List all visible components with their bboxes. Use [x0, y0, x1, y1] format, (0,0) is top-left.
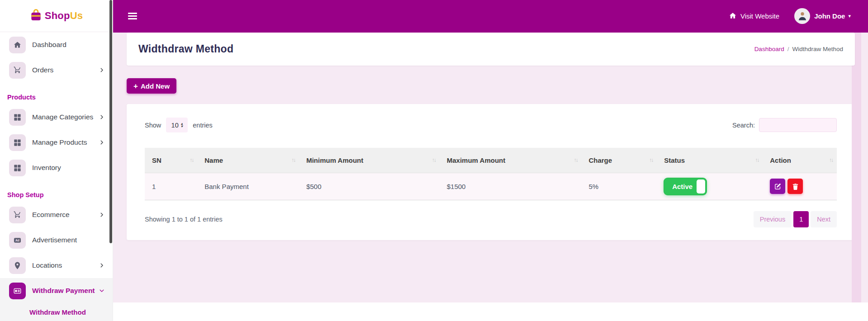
sort-icon: ↑↓ — [291, 157, 295, 163]
visit-website-link[interactable]: Visit Website — [729, 12, 779, 20]
page-size-control: Show 10 ▴▾ entries — [145, 118, 213, 132]
plus-icon: + — [133, 82, 138, 90]
withdraw-method-card: Show 10 ▴▾ entries Search: — [127, 104, 855, 240]
user-menu[interactable]: John Doe ▾ — [794, 8, 851, 24]
avatar — [794, 8, 810, 24]
sidebar-item-dashboard[interactable]: Dashboard — [0, 32, 113, 57]
chevron-right-icon — [99, 262, 105, 269]
app-root: ShopUs Dashboard Orders Products — [0, 0, 868, 321]
table-info: Showing 1 to 1 of 1 entries — [145, 216, 223, 223]
search-label: Search: — [732, 122, 755, 129]
grid-icon — [9, 160, 26, 176]
shopping-bag-icon — [30, 8, 42, 24]
sidebar-section-shop-setup: Shop Setup — [0, 180, 113, 202]
brand-logo[interactable]: ShopUs — [0, 0, 113, 32]
page-header: Widthdraw Method Dashboard / Widthdraw M… — [127, 33, 855, 66]
chevron-right-icon — [99, 67, 105, 73]
cell-sn: 1 — [145, 173, 197, 200]
cell-name: Bank Payment — [197, 173, 299, 200]
sidebar-item-locations[interactable]: Locations — [0, 253, 113, 278]
withdraw-payment-icon — [9, 283, 26, 299]
chevron-right-icon — [99, 139, 105, 146]
chevron-right-icon — [99, 212, 105, 218]
main-area: Visit Website John Doe ▾ Widthdraw Metho… — [113, 0, 868, 321]
search-input[interactable] — [759, 118, 837, 132]
page-scrollbar[interactable] — [852, 33, 861, 302]
sidebar-item-inventory[interactable]: Inventory — [0, 155, 113, 180]
sidebar-item-ecommerce[interactable]: Ecommerce — [0, 202, 113, 227]
column-header-charge[interactable]: Charge↑↓ — [581, 148, 657, 173]
sidebar-item-manage-categories[interactable]: Manage Categories — [0, 104, 113, 130]
sort-icon: ↑↓ — [432, 157, 436, 163]
cell-status: Active — [657, 173, 763, 200]
ad-icon: Ad — [9, 232, 26, 249]
page-title: Widthdraw Method — [138, 43, 233, 55]
entries-label: entries — [193, 122, 213, 129]
page-size-select[interactable]: 10 ▴▾ — [166, 118, 188, 132]
search-control: Search: — [732, 118, 837, 132]
sidebar-item-orders[interactable]: Orders — [0, 57, 113, 83]
next-page-button[interactable]: Next — [811, 211, 837, 227]
user-name: John Doe — [814, 12, 845, 20]
cart-icon — [9, 207, 26, 223]
withdraw-method-table: SN↑↓ Name↑↓ Minimum Amount↑↓ Maximum Amo… — [145, 148, 837, 200]
add-new-button[interactable]: + Add New — [127, 78, 176, 94]
sidebar-nav: Dashboard Orders Products Manage Categor… — [0, 32, 113, 321]
pagination: Previous 1 Next — [754, 211, 837, 227]
grid-icon — [9, 109, 26, 126]
column-header-status[interactable]: Status↑↓ — [657, 148, 763, 173]
page-content: Widthdraw Method Dashboard / Widthdraw M… — [113, 33, 868, 302]
sort-icon: ↑↓ — [829, 157, 833, 163]
sidebar-subitem-withdraw-method[interactable]: Withdraw Method — [0, 303, 113, 321]
home-icon — [9, 37, 26, 53]
chevron-right-icon — [99, 114, 105, 120]
chevron-down-icon — [99, 288, 105, 294]
column-header-maximum-amount[interactable]: Maximum Amount↑↓ — [440, 148, 582, 173]
hamburger-menu-icon[interactable] — [128, 13, 137, 19]
brand-name: ShopUs — [45, 10, 83, 22]
column-header-name[interactable]: Name↑↓ — [197, 148, 299, 173]
previous-page-button[interactable]: Previous — [754, 211, 792, 227]
cell-charge: 5% — [581, 173, 657, 200]
sidebar: ShopUs Dashboard Orders Products — [0, 0, 113, 321]
sidebar-section-products: Products — [0, 83, 113, 104]
spinner-icon: ▴▾ — [181, 123, 183, 127]
breadcrumb: Dashboard / Widthdraw Method — [754, 46, 843, 52]
table-row: 1 Bank Payment $500 $1500 5% Active — [145, 173, 837, 200]
sort-icon: ↑↓ — [190, 157, 193, 163]
cell-maximum-amount: $1500 — [440, 173, 582, 200]
show-label: Show — [145, 122, 161, 129]
sidebar-item-advertisement[interactable]: Ad Advertisement — [0, 227, 113, 253]
delete-button[interactable] — [787, 179, 803, 194]
grid-icon — [9, 134, 26, 151]
svg-text:Ad: Ad — [15, 239, 19, 242]
column-header-action[interactable]: Action↑↓ — [763, 148, 837, 173]
caret-down-icon: ▾ — [848, 13, 851, 19]
breadcrumb-link-dashboard[interactable]: Dashboard — [754, 46, 784, 52]
current-page-button[interactable]: 1 — [793, 211, 809, 227]
sidebar-active-group: Withdraw Payment Withdraw Method — [0, 278, 113, 321]
location-pin-icon — [9, 257, 26, 274]
sort-icon: ↑↓ — [649, 157, 653, 163]
sidebar-item-withdraw-payment[interactable]: Withdraw Payment — [0, 278, 113, 303]
sidebar-item-manage-products[interactable]: Manage Products — [0, 130, 113, 155]
edit-button[interactable] — [770, 179, 785, 194]
column-header-sn[interactable]: SN↑↓ — [145, 148, 197, 173]
sidebar-scrollbar[interactable] — [109, 0, 112, 243]
cart-icon — [9, 62, 26, 79]
trash-icon — [792, 183, 799, 190]
sort-icon: ↑↓ — [755, 157, 759, 163]
status-toggle[interactable]: Active — [664, 178, 707, 195]
home-icon — [729, 12, 737, 20]
status-label: Active — [672, 183, 693, 190]
sort-icon: ↑↓ — [574, 157, 577, 163]
breadcrumb-separator: / — [787, 46, 789, 52]
cell-action — [763, 173, 837, 200]
column-header-minimum-amount[interactable]: Minimum Amount↑↓ — [299, 148, 440, 173]
breadcrumb-current: Widthdraw Method — [792, 46, 843, 52]
toggle-knob — [697, 179, 705, 194]
table-header-row: SN↑↓ Name↑↓ Minimum Amount↑↓ Maximum Amo… — [145, 148, 837, 173]
cell-minimum-amount: $500 — [299, 173, 440, 200]
edit-pencil-icon — [774, 183, 782, 190]
